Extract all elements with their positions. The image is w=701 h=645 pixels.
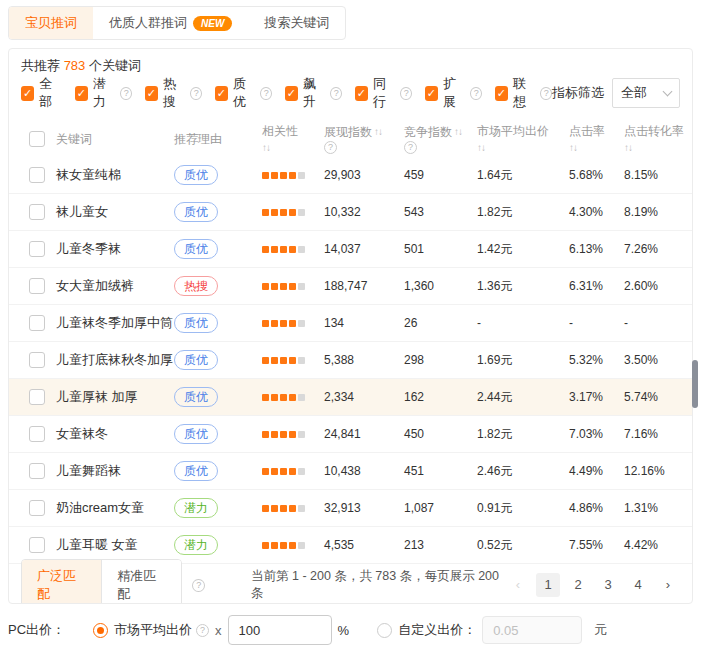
- market-avg-radio[interactable]: [93, 623, 108, 638]
- reason-tag: 潜力: [174, 498, 218, 518]
- competition-cell: 1,087: [404, 501, 477, 515]
- ctr-cell: 4.49%: [569, 464, 624, 478]
- custom-bid-radio[interactable]: [377, 623, 392, 638]
- row-checkbox-cell: [9, 204, 56, 220]
- sort-icon[interactable]: ↑↓: [374, 124, 382, 140]
- help-icon[interactable]: [190, 87, 202, 100]
- multiplier-input[interactable]: [228, 615, 332, 645]
- row-checkbox[interactable]: [29, 278, 45, 294]
- page-1[interactable]: 1: [536, 573, 560, 597]
- row-checkbox[interactable]: [29, 167, 45, 183]
- competition-cell: 501: [404, 242, 477, 256]
- competition-cell: 298: [404, 353, 477, 367]
- match-mode-1[interactable]: 精准匹配: [101, 560, 181, 604]
- help-icon[interactable]: [324, 141, 337, 154]
- column-header-7[interactable]: 点击转化率↑↓: [624, 123, 693, 155]
- avg-bid-cell: -: [477, 316, 569, 330]
- help-icon[interactable]: [540, 87, 552, 100]
- table-row: 儿童厚袜 加厚质优2,3341622.44元3.17%5.74%: [9, 379, 692, 416]
- row-checkbox-cell: [9, 167, 56, 183]
- filter-checkbox-label: 全部: [39, 75, 62, 111]
- filter-checkbox-2[interactable]: ✓热搜: [145, 75, 202, 111]
- filter-checkbox-3[interactable]: ✓质优: [215, 75, 272, 111]
- sort-icon[interactable]: ↑↓: [477, 140, 485, 155]
- column-header-2[interactable]: 相关性↑↓: [262, 123, 324, 155]
- row-checkbox[interactable]: [29, 389, 45, 405]
- help-icon[interactable]: [400, 87, 412, 100]
- relevance-bar: [280, 172, 287, 179]
- column-header-6[interactable]: 点击率↑↓: [569, 123, 624, 155]
- keyword-panel: 共推荐 783 个关键词 ✓全部✓潜力✓热搜✓质优✓飙升✓同行✓扩展✓联想 指标…: [8, 48, 693, 604]
- relevance-bar: [298, 209, 305, 216]
- filter-checkbox-6[interactable]: ✓扩展: [425, 75, 482, 111]
- column-header-1: 推荐理由: [174, 131, 262, 147]
- cvr-cell: 3.50%: [624, 353, 692, 367]
- page-4[interactable]: 4: [626, 573, 650, 597]
- relevance-bar: [262, 505, 269, 512]
- avg-bid-cell: 1.82元: [477, 204, 569, 221]
- tab-2[interactable]: 搜索关键词: [248, 7, 345, 39]
- percent-sign: %: [338, 623, 350, 638]
- sort-icon[interactable]: ↑↓: [454, 124, 462, 140]
- filter-checkbox-4[interactable]: ✓飙升: [285, 75, 342, 111]
- row-checkbox[interactable]: [29, 241, 45, 257]
- row-checkbox[interactable]: [29, 315, 45, 331]
- sort-icon[interactable]: ↑↓: [569, 140, 577, 155]
- relevance-bar: [271, 394, 278, 401]
- row-checkbox[interactable]: [29, 537, 45, 553]
- relevance-bar: [289, 394, 296, 401]
- filter-checkbox-5[interactable]: ✓同行: [355, 75, 412, 111]
- bid-help-icon[interactable]: [196, 624, 209, 637]
- row-checkbox[interactable]: [29, 204, 45, 220]
- match-mode-0[interactable]: 广泛匹配: [22, 560, 101, 604]
- filter-checkbox-1[interactable]: ✓潜力: [75, 75, 132, 111]
- relevance-bar: [280, 283, 287, 290]
- relevance-bar: [289, 542, 296, 549]
- page-2[interactable]: 2: [566, 573, 590, 597]
- keyword-cell: 儿童冬季袜: [56, 240, 174, 258]
- keyword-text: 袜女童纯棉: [56, 167, 121, 182]
- reason-cell: 热搜: [174, 276, 262, 296]
- help-icon[interactable]: [330, 87, 342, 100]
- competition-cell: 451: [404, 464, 477, 478]
- help-icon[interactable]: [260, 87, 272, 100]
- sort-icon[interactable]: ↑↓: [624, 140, 632, 155]
- reason-tag: 潜力: [174, 535, 218, 555]
- metric-filter-select[interactable]: 全部: [612, 78, 680, 108]
- filter-checkbox-0[interactable]: ✓全部: [21, 75, 62, 111]
- tab-label: 搜索关键词: [264, 14, 329, 32]
- column-header-4[interactable]: 竞争指数↑↓: [404, 124, 477, 154]
- relevance-bar: [280, 505, 287, 512]
- column-header-3[interactable]: 展现指数↑↓: [324, 124, 404, 154]
- help-icon[interactable]: [470, 87, 482, 100]
- competition-cell: 213: [404, 538, 477, 552]
- next-page-icon[interactable]: ›: [656, 573, 680, 597]
- match-help-icon[interactable]: [192, 579, 205, 592]
- row-checkbox[interactable]: [29, 352, 45, 368]
- select-all-checkbox[interactable]: [29, 131, 45, 147]
- help-icon[interactable]: [120, 87, 132, 100]
- relevance-bar: [298, 468, 305, 475]
- checkbox-checked-icon: ✓: [355, 86, 368, 101]
- keyword-cell: 儿童打底袜秋冬加厚: [56, 351, 174, 369]
- custom-bid-input[interactable]: [482, 616, 582, 644]
- relevance-bar: [280, 246, 287, 253]
- tab-1[interactable]: 优质人群推词NEW: [93, 7, 248, 39]
- relevance-bar: [271, 283, 278, 290]
- column-header-5[interactable]: 市场平均出价↑↓: [477, 123, 569, 155]
- help-icon[interactable]: [404, 141, 417, 154]
- tab-0[interactable]: 宝贝推词: [9, 7, 93, 39]
- page-3[interactable]: 3: [596, 573, 620, 597]
- row-checkbox[interactable]: [29, 426, 45, 442]
- row-checkbox[interactable]: [29, 463, 45, 479]
- scrollbar-thumb[interactable]: [692, 360, 698, 408]
- chevron-down-icon: [663, 86, 673, 96]
- keyword-text: 儿童打底袜秋冬加厚: [56, 352, 173, 367]
- avg-bid-cell: 1.64元: [477, 167, 569, 184]
- filter-checkbox-7[interactable]: ✓联想: [495, 75, 552, 111]
- row-checkbox[interactable]: [29, 500, 45, 516]
- table-row: 奶油cream女童潜力32,9131,0870.91元4.86%1.31%: [9, 490, 692, 527]
- sort-icon[interactable]: ↑↓: [262, 140, 270, 155]
- relevance-bar: [289, 505, 296, 512]
- relevance-bar: [289, 357, 296, 364]
